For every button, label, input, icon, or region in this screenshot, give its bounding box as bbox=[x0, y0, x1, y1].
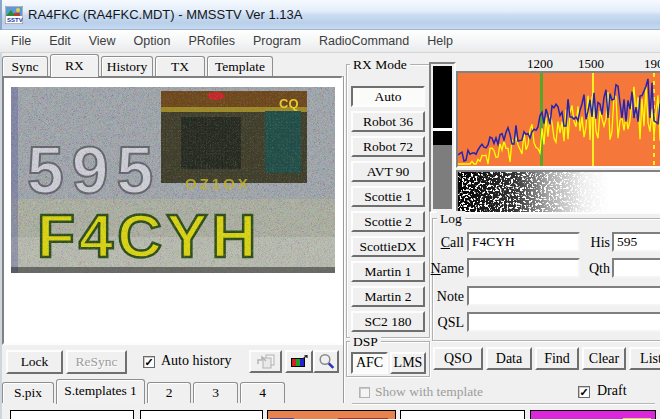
window-title: RA4FKC (RA4FKC.MDT) - MMSSTV Ver 1.13A bbox=[28, 7, 303, 22]
received-sstv-image: CQ OZ1OX 595 F4CYH bbox=[11, 87, 335, 273]
list-button-label: List bbox=[640, 351, 660, 366]
qso-button[interactable]: QSO bbox=[433, 347, 483, 370]
mode-scottiedx-button[interactable]: ScottieDX bbox=[351, 236, 425, 257]
mmsstv-window: SSTV RA4FKC (RA4FKC.MDT) - MMSSTV Ver 1.… bbox=[0, 0, 660, 419]
meter-signal-segment bbox=[433, 66, 452, 128]
spectrum-display[interactable] bbox=[456, 71, 660, 168]
template-thumbnail-3[interactable] bbox=[267, 410, 396, 419]
waterfall-display[interactable] bbox=[456, 170, 660, 214]
find-button[interactable]: Find bbox=[535, 347, 579, 370]
qsl-label: QSL bbox=[430, 315, 464, 331]
lms-button[interactable]: LMS bbox=[390, 352, 426, 374]
draft-checkbox[interactable]: ✓ bbox=[578, 386, 590, 398]
clear-button-label: Clear bbox=[589, 351, 619, 366]
show-with-template-checkbox[interactable] bbox=[359, 387, 370, 398]
freq-label-1500: 1500 bbox=[578, 56, 604, 72]
marker-1500hz bbox=[592, 73, 594, 166]
freq-label-1200: 1200 bbox=[527, 56, 553, 72]
afc-button[interactable]: AFC bbox=[351, 352, 388, 374]
tab-rx[interactable]: RX bbox=[50, 54, 99, 77]
svg-text:SSTV: SSTV bbox=[7, 17, 23, 23]
signal-level-meter bbox=[429, 62, 456, 213]
magnifier-icon bbox=[318, 353, 335, 370]
template-thumbnail-4[interactable] bbox=[400, 410, 525, 419]
menu-profiles[interactable]: PRofiles bbox=[179, 31, 244, 51]
template-thumbnail-1[interactable] bbox=[10, 410, 134, 419]
note-input[interactable] bbox=[467, 286, 660, 306]
mode-martin2-button[interactable]: Martin 2 bbox=[351, 286, 425, 307]
tab-template[interactable]: Template bbox=[207, 56, 273, 76]
mmsstv-app-icon: SSTV bbox=[5, 6, 23, 24]
mode-avt90-button[interactable]: AVT 90 bbox=[351, 161, 425, 182]
template-thumbnail-2[interactable] bbox=[140, 410, 263, 419]
menu-radiocommand[interactable]: RadioCommand bbox=[310, 31, 418, 51]
qth-input[interactable] bbox=[612, 258, 660, 278]
tab-history[interactable]: History bbox=[101, 56, 153, 76]
note-label: Note bbox=[430, 289, 464, 305]
titlebar-left-border bbox=[0, 0, 2, 30]
bottom-panel-groove bbox=[352, 403, 655, 404]
tab-tx[interactable]: TX bbox=[155, 56, 205, 76]
list-button[interactable]: List bbox=[629, 347, 660, 370]
auto-history-label: Auto history bbox=[161, 353, 231, 369]
qth-label: Qth bbox=[580, 261, 610, 277]
mode-auto-button[interactable]: Auto bbox=[351, 86, 425, 107]
meter-empty-segment bbox=[433, 145, 452, 209]
spectrum-traces bbox=[458, 73, 660, 166]
mode-scottie2-button[interactable]: Scottie 2 bbox=[351, 211, 425, 232]
checkmark-icon: ✓ bbox=[579, 386, 588, 398]
mode-scottie1-button[interactable]: Scottie 1 bbox=[351, 186, 425, 207]
rx-image-panel: CQ OZ1OX 595 F4CYH bbox=[2, 76, 343, 345]
tab-s-templates-3[interactable]: 3 bbox=[193, 382, 238, 403]
menu-program[interactable]: Program bbox=[244, 31, 310, 51]
mode-sc2180-button[interactable]: SC2 180 bbox=[351, 311, 425, 332]
menu-option[interactable]: Option bbox=[125, 31, 180, 51]
lock-button[interactable]: Lock bbox=[6, 350, 63, 374]
rx-mode-title: RX Mode bbox=[350, 57, 410, 73]
waterfall-specks bbox=[458, 172, 660, 212]
qsl-input[interactable] bbox=[467, 312, 660, 332]
tab-s-pix[interactable]: S.pix bbox=[2, 382, 54, 403]
draft-label: Draft bbox=[597, 383, 627, 399]
menu-file[interactable]: File bbox=[2, 31, 40, 51]
template-thumbnail-5[interactable] bbox=[530, 410, 656, 419]
title-bar[interactable]: SSTV RA4FKC (RA4FKC.MDT) - MMSSTV Ver 1.… bbox=[0, 0, 660, 30]
name-label: Name bbox=[424, 261, 464, 277]
tab-s-templates-4[interactable]: 4 bbox=[240, 382, 285, 403]
auto-history-checkbox[interactable]: ✓ bbox=[143, 356, 155, 368]
dsp-title: DSP bbox=[350, 334, 381, 350]
picture-viewer-button[interactable] bbox=[285, 350, 313, 373]
call-label: Call bbox=[430, 235, 464, 251]
color-image-icon bbox=[290, 355, 308, 369]
freq-label-1900: 1900 bbox=[644, 56, 660, 72]
checkmark-icon: ✓ bbox=[144, 356, 153, 368]
copy-pages-icon bbox=[256, 354, 276, 370]
mode-martin1-button[interactable]: Martin 1 bbox=[351, 261, 425, 282]
copy-to-tx-button[interactable] bbox=[249, 350, 282, 373]
clear-button[interactable]: Clear bbox=[582, 347, 626, 370]
show-with-template-label: Show with template bbox=[375, 384, 483, 400]
data-button[interactable]: Data bbox=[486, 347, 532, 370]
menu-view[interactable]: View bbox=[80, 31, 125, 51]
menu-edit[interactable]: Edit bbox=[40, 31, 80, 51]
resync-button[interactable]: ReSync bbox=[66, 350, 127, 374]
pane-divider bbox=[343, 76, 344, 403]
magnifier-button[interactable] bbox=[313, 350, 339, 373]
name-input[interactable] bbox=[467, 258, 580, 278]
his-input[interactable] bbox=[612, 232, 660, 252]
mode-robot72-button[interactable]: Robot 72 bbox=[351, 136, 425, 157]
tab-s-templates-1[interactable]: S.templates 1 bbox=[56, 379, 145, 404]
log-title: Log bbox=[437, 211, 465, 227]
call-input[interactable] bbox=[467, 232, 580, 252]
tab-sync[interactable]: Sync bbox=[2, 56, 48, 76]
menu-help[interactable]: Help bbox=[418, 31, 462, 51]
meter-signal-segment2 bbox=[433, 131, 452, 145]
tab-s-templates-2[interactable]: 2 bbox=[147, 382, 191, 403]
his-label: His bbox=[584, 235, 610, 251]
mode-robot36-button[interactable]: Robot 36 bbox=[351, 111, 425, 132]
menu-bar: File Edit View Option PRofiles Program R… bbox=[0, 30, 660, 53]
